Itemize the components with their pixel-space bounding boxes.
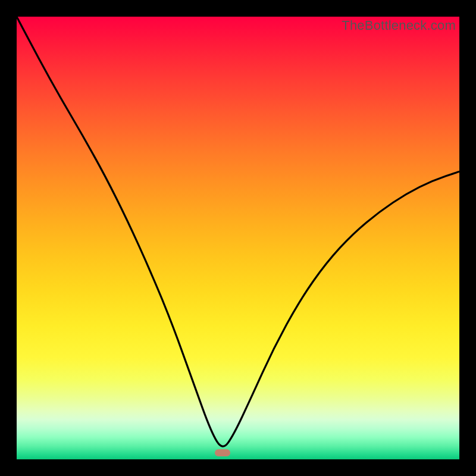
- watermark-text: TheBottleneck.com: [342, 18, 456, 33]
- plot-area: [17, 17, 459, 459]
- chart-frame: TheBottleneck.com: [0, 0, 476, 476]
- bottleneck-curve: [17, 17, 459, 459]
- curve-path: [17, 17, 459, 446]
- optimum-marker: [215, 449, 230, 456]
